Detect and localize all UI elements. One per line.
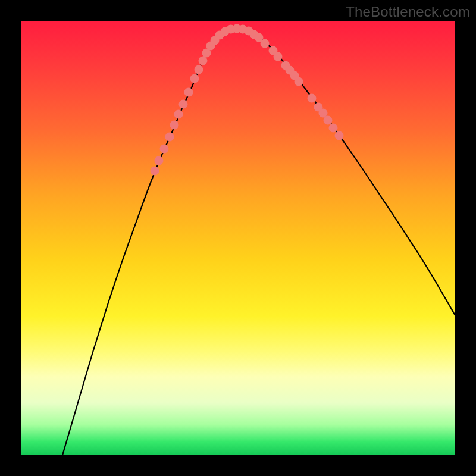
curve-marker (179, 100, 188, 109)
chart-plot-area (21, 21, 455, 455)
curve-marker (190, 74, 199, 83)
curve-marker (324, 116, 333, 125)
curve-marker (274, 52, 283, 61)
curve-marker (170, 121, 179, 130)
curve-marker (295, 77, 303, 86)
curve-marker (151, 167, 159, 176)
watermark-text: TheBottleneck.com (346, 4, 470, 20)
curve-marker (165, 133, 174, 142)
chart-svg (21, 21, 455, 455)
curve-marker (199, 57, 208, 65)
curve-marker (155, 156, 164, 165)
curve-marker (329, 124, 338, 133)
curve-markers (151, 24, 344, 176)
curve-marker (195, 65, 203, 74)
bottleneck-curve (62, 29, 455, 455)
curve-marker (174, 110, 183, 119)
curve-marker (160, 145, 169, 154)
chart-frame: TheBottleneck.com (0, 0, 476, 476)
curve-marker (261, 39, 270, 48)
curve-marker (335, 131, 344, 140)
curve-marker (308, 94, 317, 103)
curve-marker (184, 88, 193, 97)
